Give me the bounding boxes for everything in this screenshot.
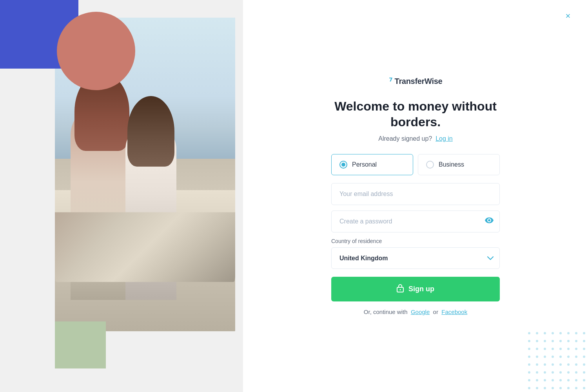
svg-point-50: [528, 379, 530, 381]
svg-point-11: [536, 340, 538, 342]
svg-point-65: [583, 387, 585, 389]
email-input[interactable]: [331, 183, 500, 205]
svg-point-55: [567, 379, 570, 381]
svg-point-53: [552, 379, 554, 381]
svg-point-17: [583, 340, 585, 342]
logo-icon: ⁷: [389, 77, 392, 86]
svg-point-12: [544, 340, 546, 342]
svg-point-30: [559, 356, 562, 358]
country-label: Country of residence: [331, 238, 500, 244]
svg-point-51: [536, 379, 538, 381]
form-container: ⁷ TransferWise Welcome to money without …: [331, 77, 500, 315]
svg-point-44: [544, 371, 546, 374]
svg-point-60: [544, 387, 546, 389]
social-separator: or: [433, 309, 438, 315]
close-button[interactable]: ×: [562, 10, 574, 22]
svg-point-9: [583, 332, 585, 334]
svg-point-24: [575, 348, 577, 350]
facebook-link[interactable]: Facebook: [441, 309, 467, 315]
svg-point-49: [583, 371, 585, 374]
dots-decoration: [525, 329, 588, 392]
salmon-circle-decoration: [57, 12, 135, 90]
svg-point-58: [528, 387, 530, 389]
google-link[interactable]: Google: [411, 309, 430, 315]
svg-point-59: [536, 387, 538, 389]
left-panel: [0, 0, 243, 392]
svg-point-48: [575, 371, 577, 374]
svg-point-35: [536, 363, 538, 366]
country-select[interactable]: United Kingdom United States Germany Fra…: [331, 247, 500, 269]
svg-point-46: [559, 371, 562, 374]
toggle-password-icon[interactable]: [485, 218, 494, 226]
svg-point-2: [528, 332, 530, 334]
social-login-text: Or, continue with Google or Facebook: [364, 309, 467, 315]
subtext-prefix: Already signed up?: [378, 135, 432, 142]
svg-point-42: [528, 371, 530, 374]
business-radio: [426, 161, 434, 169]
svg-point-41: [583, 363, 585, 366]
personal-label: Personal: [352, 161, 377, 168]
svg-point-23: [567, 348, 570, 350]
svg-point-4: [544, 332, 546, 334]
svg-point-40: [575, 363, 577, 366]
logo: ⁷ TransferWise: [389, 77, 443, 86]
svg-point-22: [559, 348, 562, 350]
svg-point-29: [552, 356, 554, 358]
svg-point-28: [544, 356, 546, 358]
svg-point-47: [567, 371, 570, 374]
svg-point-62: [559, 387, 562, 389]
svg-point-56: [575, 379, 577, 381]
personal-radio: [339, 161, 347, 169]
personal-account-button[interactable]: Personal: [331, 154, 413, 175]
svg-point-10: [528, 340, 530, 342]
logo-text: TransferWise: [395, 77, 443, 86]
svg-point-6: [559, 332, 562, 334]
svg-point-19: [536, 348, 538, 350]
svg-point-34: [528, 363, 530, 366]
svg-point-27: [536, 356, 538, 358]
svg-point-54: [559, 379, 562, 381]
country-group: Country of residence United Kingdom Unit…: [331, 238, 500, 269]
svg-point-21: [552, 348, 554, 350]
lock-icon: [397, 284, 404, 294]
svg-point-38: [559, 363, 562, 366]
svg-point-13: [552, 340, 554, 342]
svg-point-15: [567, 340, 570, 342]
social-prefix: Or, continue with: [364, 309, 408, 315]
svg-point-1: [400, 289, 401, 290]
svg-point-18: [528, 348, 530, 350]
svg-point-5: [552, 332, 554, 334]
password-input[interactable]: [331, 211, 500, 232]
business-label: Business: [439, 161, 464, 168]
green-decoration: [55, 321, 106, 368]
balcony-decoration: [55, 212, 235, 282]
svg-point-45: [552, 371, 554, 374]
svg-point-61: [552, 387, 554, 389]
svg-point-39: [567, 363, 570, 366]
svg-point-52: [544, 379, 546, 381]
svg-point-43: [536, 371, 538, 374]
svg-point-64: [575, 387, 577, 389]
svg-point-16: [575, 340, 577, 342]
svg-point-31: [567, 356, 570, 358]
page-title: Welcome to money without borders.: [331, 98, 500, 130]
svg-point-36: [544, 363, 546, 366]
svg-point-33: [583, 356, 585, 358]
svg-point-8: [575, 332, 577, 334]
right-panel: × ⁷ TransferWise Welcome to money withou…: [243, 0, 588, 392]
login-link[interactable]: Log in: [436, 135, 453, 142]
svg-point-57: [583, 379, 585, 381]
password-wrapper: [331, 211, 500, 232]
already-signed-up-text: Already signed up? Log in: [378, 135, 452, 142]
signup-button[interactable]: Sign up: [331, 277, 500, 301]
account-type-selector: Personal Business: [331, 154, 500, 175]
svg-point-26: [528, 356, 530, 358]
svg-point-3: [536, 332, 538, 334]
signup-label: Sign up: [408, 285, 434, 293]
svg-point-25: [583, 348, 585, 350]
svg-point-32: [575, 356, 577, 358]
svg-point-14: [559, 340, 562, 342]
country-select-wrapper: United Kingdom United States Germany Fra…: [331, 247, 500, 269]
business-account-button[interactable]: Business: [418, 154, 500, 175]
svg-point-37: [552, 363, 554, 366]
